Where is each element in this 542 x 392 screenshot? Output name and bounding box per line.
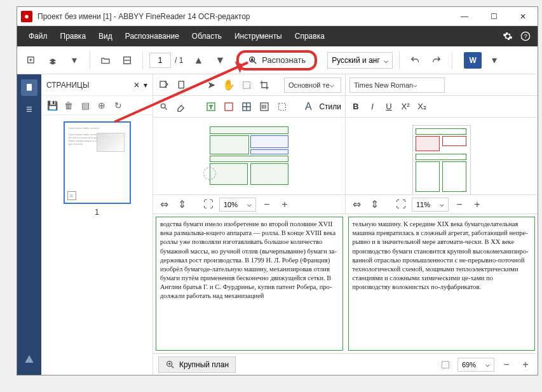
big-view-zoom-select[interactable]: 69%⌵ [457, 358, 494, 372]
fit-height-icon[interactable]: ⇕ [175, 198, 189, 212]
app-window: ⎈ Проект без имени [1] - ABBYY FineReade… [17, 6, 538, 375]
styles-button[interactable]: Стили [319, 102, 341, 111]
subscript-button[interactable]: X₂ [416, 100, 428, 113]
main-toolbar: ▾ / 1 ▲ ▼ A Распознать Русский и анг ⌵ W… [17, 46, 538, 74]
redo-icon[interactable] [428, 51, 445, 69]
prev-page-icon[interactable]: ▲ [189, 51, 207, 69]
big-view-label: Крупный план [179, 360, 229, 369]
page-thumbnail[interactable]: Lorem ipsum dolor sit amet. Lorem ipsum … [64, 121, 131, 204]
table-area-icon[interactable] [240, 100, 254, 114]
zoom-out-icon[interactable]: − [452, 198, 466, 212]
zoom-in-icon[interactable]: + [518, 358, 532, 372]
settings-icon[interactable] [501, 29, 515, 43]
help-icon[interactable]: ? [518, 29, 532, 43]
big-view-button[interactable]: Крупный план [158, 356, 236, 373]
svg-text:A: A [251, 57, 254, 61]
svg-rect-13 [225, 103, 233, 111]
scan-icon[interactable] [118, 51, 136, 69]
rotate-icon[interactable]: ↻ [112, 100, 124, 111]
language-value: Русский и анг [332, 56, 384, 65]
delete-icon[interactable]: 🗑 [63, 100, 74, 111]
sidebar-pages-icon[interactable] [21, 79, 37, 96]
add-pages-icon[interactable] [44, 51, 62, 69]
menu-tools[interactable]: Инструменты [228, 26, 288, 46]
menubar: Файл Правка Вид Распознавание Область Ин… [17, 26, 538, 46]
svg-rect-8 [179, 81, 184, 88]
page-input[interactable] [149, 53, 171, 68]
barcode-area-icon[interactable] [257, 100, 271, 114]
zoom-in-icon[interactable]: + [470, 198, 484, 212]
fit-width-icon[interactable]: ⇔ [157, 198, 171, 212]
recognize-page-icon[interactable]: ⊕ [96, 100, 107, 111]
underline-button[interactable]: U [383, 100, 395, 113]
menu-recognize[interactable]: Распознавание [119, 26, 186, 46]
thumbnails: Lorem ipsum dolor sit amet. Lorem ipsum … [41, 115, 152, 375]
export-dropdown-icon[interactable]: ▾ [485, 51, 503, 69]
zoom-in-icon[interactable]: + [278, 198, 292, 212]
svg-rect-9 [243, 81, 250, 88]
select-area-icon[interactable] [240, 78, 254, 92]
fit-width-icon[interactable]: ⇔ [349, 198, 363, 212]
edit-image-icon[interactable] [157, 78, 171, 92]
fit-page-icon[interactable]: ⛶ [201, 198, 215, 212]
language-select[interactable]: Русский и анг ⌵ [327, 52, 393, 69]
minimize-button[interactable]: — [450, 7, 479, 26]
maximize-button[interactable]: ☐ [479, 7, 508, 26]
hand-icon[interactable]: ✋ [222, 78, 236, 92]
picture-area-icon[interactable] [222, 100, 236, 114]
chevron-down-icon: ⌵ [485, 360, 490, 368]
export-word-button[interactable]: W [464, 52, 482, 69]
open-icon[interactable] [97, 51, 114, 69]
image-pane: ➤ ✋ Основной те ⌵ T [153, 74, 346, 213]
analyze-icon[interactable]: ▤ [79, 100, 91, 111]
menu-file[interactable]: Файл [22, 26, 54, 46]
bold-button[interactable]: B [349, 100, 362, 113]
close-button[interactable]: ✕ [508, 7, 538, 26]
warning-icon[interactable] [21, 351, 37, 367]
style-select[interactable]: Основной те ⌵ [284, 78, 341, 93]
text-content-row: водства бумаги имело изобретение во втор… [153, 213, 538, 353]
new-project-icon[interactable] [22, 51, 40, 69]
menu-edit[interactable]: Правка [54, 26, 93, 46]
eraser-icon[interactable] [175, 100, 189, 114]
text-format-toolbar: B I U X² X₂ [346, 96, 538, 118]
zones-overlay [208, 125, 290, 194]
chevron-down-icon: ⌵ [440, 200, 444, 208]
window-title: Проект без имени [1] - ABBYY FineReader … [37, 12, 450, 21]
text-column-left[interactable]: водства бумаги имело изобретение во втор… [156, 217, 343, 351]
save-icon[interactable]: 💾 [46, 100, 58, 111]
image-view[interactable] [153, 118, 345, 194]
text-column-right[interactable]: тельную машину. К середине XIX века бума… [348, 217, 536, 351]
menu-view[interactable]: Вид [92, 26, 119, 46]
zoom-out-icon[interactable]: − [260, 198, 274, 212]
text-view[interactable] [346, 118, 538, 194]
crop-icon[interactable] [257, 78, 271, 92]
chevron-down-icon: ⌵ [330, 81, 334, 89]
sidebar-list-icon[interactable] [21, 101, 37, 118]
undo-icon[interactable] [406, 51, 424, 69]
dropdown-arrow-icon[interactable]: ▾ [65, 51, 83, 69]
pages-menu-icon[interactable]: ▾ [144, 81, 147, 90]
svg-text:?: ? [524, 33, 527, 39]
image-zoom-select[interactable]: 10%⌵ [219, 198, 256, 212]
recognize-label: Распознать [262, 55, 306, 65]
fit-page-icon[interactable]: ⛶ [394, 198, 408, 212]
zoom-bar: Крупный план 69%⌵ − + [153, 353, 538, 375]
menu-help[interactable]: Справка [288, 26, 331, 46]
text-zoom-select[interactable]: 11%⌵ [412, 198, 449, 212]
font-select[interactable]: Times New Roman ⌵ [349, 78, 445, 93]
menu-area[interactable]: Область [186, 26, 228, 46]
pages-close-icon[interactable]: ✕ [133, 81, 140, 90]
zoom-out-icon[interactable]: − [499, 358, 513, 372]
italic-button[interactable]: I [366, 100, 379, 113]
show-grid-icon[interactable] [438, 358, 452, 372]
next-page-icon[interactable]: ▼ [211, 51, 229, 69]
text-page-preview [412, 125, 471, 194]
chevron-down-icon: ⌵ [247, 200, 252, 208]
image-zoom-toolbar: ⇔ ⇕ ⛶ 10%⌵ − + [153, 194, 345, 213]
background-area-icon[interactable] [275, 100, 289, 114]
svg-rect-16 [279, 103, 286, 110]
fit-height-icon[interactable]: ⇕ [367, 198, 381, 212]
text-area-icon[interactable]: T [204, 100, 218, 114]
superscript-button[interactable]: X² [399, 100, 412, 113]
